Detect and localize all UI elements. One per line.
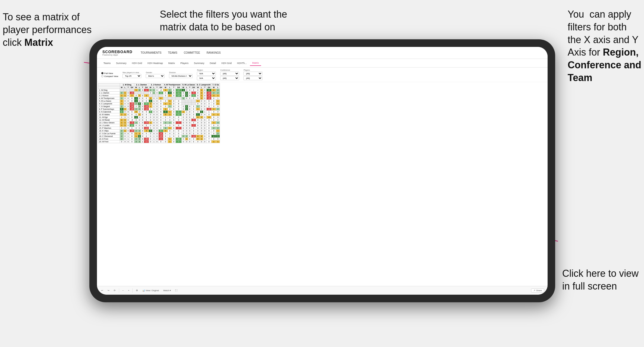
table-row: 17. S De La Fuente 2000 1100 000-8 0000 …: [98, 132, 220, 135]
conference-select-2[interactable]: (All): [220, 76, 239, 80]
matrix-area[interactable]: 1. W Ding 2. L Clanton 3. J Koivun 4. M …: [97, 82, 548, 287]
tab-detail[interactable]: Detail: [208, 61, 218, 66]
tab-players[interactable]: Players: [178, 61, 191, 66]
player-name: 15. P Maichon: [98, 127, 120, 130]
table-row: 2. L Clanton 210-16 01013 04011 010-6 01…: [98, 92, 220, 94]
player-name: 18. C Sherwood: [98, 135, 120, 138]
logo-text: SCOREBOARD: [102, 50, 132, 54]
zoom-out-btn[interactable]: −: [121, 289, 125, 292]
sub-dif-4: Dif: [176, 86, 181, 89]
undo-btn[interactable]: ↩: [100, 289, 104, 292]
table-row: 6. C Lamprecht 100-16 24124 3000 1106 00…: [98, 102, 220, 105]
share-button[interactable]: ↗ Share: [531, 288, 544, 293]
view-options: Full View Compact View: [101, 72, 118, 78]
table-row: 20. M Ford 0000 331-11 0100 0107 0000 00…: [98, 140, 220, 143]
player-name: 17. S De La Fuente: [98, 132, 120, 135]
tab-matrix-active[interactable]: Matrix: [250, 60, 261, 66]
full-view-label: Full View: [104, 72, 113, 75]
tab-h2h-grid-2[interactable]: H2H Grid: [219, 61, 234, 66]
view-original-btn[interactable]: 📊 View: Original: [141, 289, 160, 292]
sub-w-3: W: [149, 86, 152, 89]
tab-matrix[interactable]: Matrix: [166, 61, 177, 66]
sub-w-4: W: [163, 86, 168, 89]
sub-l-7: L: [216, 86, 220, 89]
tab-h2h-heatmap[interactable]: H2H Heatmap: [145, 61, 165, 66]
tab-h2h-grid[interactable]: H2H Grid: [130, 61, 144, 66]
watch-btn[interactable]: Watch ▾: [162, 289, 172, 292]
sub-w-5: W: [181, 86, 185, 89]
sub-w-6: W: [196, 86, 200, 89]
table-row: 13. J Skov Olesen 110-3 210-19 1000 220-…: [98, 121, 220, 124]
filter-conference: Conference (All) (All): [220, 69, 239, 80]
app-header: SCOREBOARD Powered by clippd TOURNAMENTS…: [97, 47, 548, 59]
player-name: 19. D Ford: [98, 138, 120, 140]
nav-teams[interactable]: TEAMS: [168, 51, 177, 54]
sub-dif-5: Dif: [191, 86, 196, 89]
conference-select-1[interactable]: (All): [220, 72, 239, 76]
table-row: 5. M La Sasso 1000 1100 1100 0100 1006 0…: [98, 100, 220, 102]
radio-compact-view[interactable]: Compact View: [101, 75, 118, 78]
player-name: 1. W Ding: [98, 89, 120, 92]
player-name: 12. M Riedel: [98, 119, 120, 121]
table-row: 10. B Valdes 1100 0100 0000 01011 0000 1…: [98, 113, 220, 116]
table-row: 18. C Sherwood 2010 1300 010-15 0100 220…: [98, 135, 220, 138]
player-name: 13. J Skov Olesen: [98, 121, 120, 124]
table-row: 15. P Maichon 0000 000-19 0000 410-7 000…: [98, 127, 220, 130]
division-select[interactable]: NCAA Division I: [169, 74, 193, 78]
player-name: 10. B Valdes: [98, 113, 120, 116]
col-header-4: 4. M Thorbjornsen: [163, 83, 181, 86]
sub-corner: [98, 86, 120, 89]
toolbar-sep-1: [119, 288, 119, 293]
players-select-2[interactable]: (All): [243, 76, 262, 80]
table-row: 14. J Lundin 11010 0000 0000 0000 000-7 …: [98, 124, 220, 127]
nav-tournaments[interactable]: TOURNAMENTS: [141, 51, 161, 54]
tab-teams[interactable]: Teams: [101, 61, 113, 66]
player-name: 20. M Ford: [98, 140, 120, 143]
reload-btn[interactable]: ⟳: [113, 289, 117, 292]
nav-committee[interactable]: COMMITTEE: [184, 51, 200, 54]
player-name: 5. M La Sasso: [98, 100, 120, 102]
share-icon: ↗: [534, 289, 535, 292]
redo-btn[interactable]: ↪: [106, 289, 110, 292]
bottom-toolbar: ↩ ↪ ⟳ − + ⚙ 📊 View: Original Watch ▾ ⛶ ↗…: [97, 286, 548, 295]
table-row: 9. N Gabrelcik 0090 0090 0000 0101 1100 …: [98, 111, 220, 113]
zoom-in-btn[interactable]: +: [127, 289, 131, 292]
radio-full-view[interactable]: Full View: [101, 72, 118, 75]
table-row: 3. J Koivun 1102 0102 01013 04011 010-6 …: [98, 94, 220, 97]
tab-summary[interactable]: Summary: [114, 61, 129, 66]
settings-btn[interactable]: ⚙: [135, 289, 139, 292]
table-row: 1. W Ding 12011 110-2 12017 1300 01013 0…: [98, 89, 220, 92]
nav-items: TOURNAMENTS TEAMS COMMITTEE RANKINGS: [141, 51, 221, 54]
sub-dif-6: Dif: [206, 86, 212, 89]
sub-dif-1: Dif: [130, 86, 134, 89]
table-row: 4. M Thorbjornsen 1000 1000 1000 1000 01…: [98, 97, 220, 100]
region-label: Region: [197, 69, 216, 71]
annotation-topleft: To see a matrix of player performances c…: [3, 11, 92, 49]
logo-sub: Powered by clippd: [102, 54, 132, 56]
player-name: 3. J Koivun: [98, 94, 120, 97]
max-players-select[interactable]: Top 25: [122, 74, 141, 78]
share-label: Share: [536, 289, 542, 292]
sub-l-6: L: [200, 86, 203, 89]
sub-l-2: L: [138, 86, 141, 89]
filter-max-players: Max players in view Top 25: [122, 72, 141, 78]
player-name: 2. L Clanton: [98, 92, 120, 94]
sub-w-7: W: [212, 86, 216, 89]
sub-t-3: T: [155, 86, 158, 89]
max-players-label: Max players in view: [122, 72, 141, 73]
matrix-table: 1. W Ding 2. L Clanton 3. J Koivun 4. M …: [98, 83, 220, 143]
region-select-1[interactable]: N/A: [197, 72, 216, 76]
region-select-2[interactable]: N/A: [197, 76, 216, 80]
player-name: 7. G Sargent: [98, 105, 120, 108]
player-name: 14. J Lundin: [98, 124, 120, 127]
sub-l-1: L: [123, 86, 126, 89]
col-header-7: 7. G Sa: [212, 83, 220, 86]
gender-select[interactable]: Men's: [146, 74, 165, 78]
tab-h2hth[interactable]: H2HTh...: [235, 61, 249, 66]
nav-rankings[interactable]: RANKINGS: [207, 51, 221, 54]
players-select-1[interactable]: (All): [243, 72, 262, 76]
compact-view-label: Compact View: [104, 75, 118, 78]
col-header-2: 2. L Clanton: [134, 83, 149, 86]
fullscreen-icon-btn[interactable]: ⛶: [174, 289, 178, 292]
tab-players-summary[interactable]: Summary: [192, 61, 207, 66]
